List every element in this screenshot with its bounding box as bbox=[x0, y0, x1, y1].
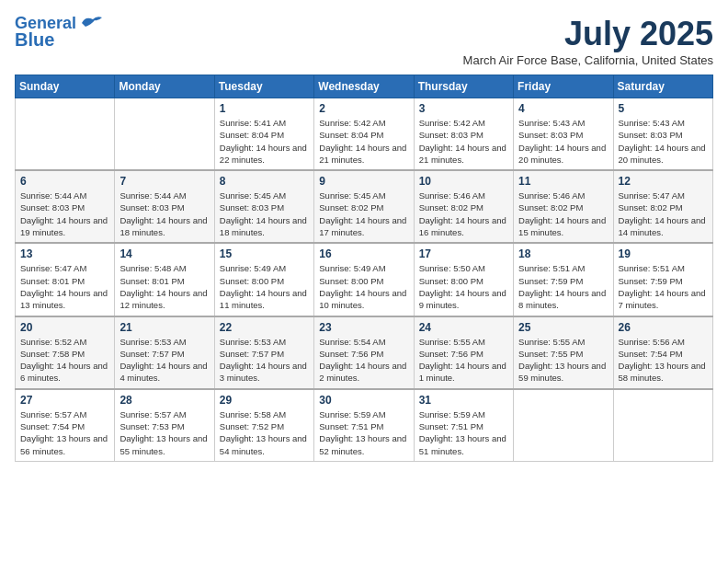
logo-bird-icon bbox=[78, 14, 104, 32]
day-number: 14 bbox=[119, 247, 209, 260]
month-title: July 2025 bbox=[463, 15, 713, 53]
day-info: Sunrise: 5:42 AM Sunset: 8:04 PM Dayligh… bbox=[319, 117, 408, 166]
day-number: 26 bbox=[619, 321, 708, 334]
day-number: 29 bbox=[220, 394, 309, 407]
calendar-cell bbox=[115, 98, 214, 171]
day-number: 28 bbox=[119, 394, 209, 407]
day-info: Sunrise: 5:46 AM Sunset: 8:02 PM Dayligh… bbox=[419, 190, 508, 238]
day-number: 6 bbox=[20, 175, 109, 188]
calendar-cell: 14Sunrise: 5:48 AM Sunset: 8:01 PM Dayli… bbox=[115, 243, 214, 316]
day-info: Sunrise: 5:45 AM Sunset: 8:02 PM Dayligh… bbox=[319, 190, 408, 238]
calendar-cell: 12Sunrise: 5:47 AM Sunset: 8:02 PM Dayli… bbox=[613, 170, 712, 243]
day-number: 23 bbox=[319, 321, 408, 334]
calendar-cell bbox=[613, 389, 712, 462]
day-number: 20 bbox=[20, 321, 109, 334]
day-number: 2 bbox=[319, 102, 408, 115]
day-number: 30 bbox=[319, 394, 408, 407]
calendar-cell: 15Sunrise: 5:49 AM Sunset: 8:00 PM Dayli… bbox=[214, 243, 313, 316]
day-info: Sunrise: 5:58 AM Sunset: 7:52 PM Dayligh… bbox=[220, 408, 309, 457]
calendar-cell: 22Sunrise: 5:53 AM Sunset: 7:57 PM Dayli… bbox=[214, 316, 313, 389]
calendar-cell: 20Sunrise: 5:52 AM Sunset: 7:58 PM Dayli… bbox=[16, 316, 115, 389]
calendar-cell: 30Sunrise: 5:59 AM Sunset: 7:51 PM Dayli… bbox=[314, 389, 414, 462]
weekday-header-friday: Friday bbox=[514, 75, 613, 98]
day-info: Sunrise: 5:55 AM Sunset: 7:56 PM Dayligh… bbox=[419, 336, 508, 385]
day-info: Sunrise: 5:52 AM Sunset: 7:58 PM Dayligh… bbox=[20, 336, 109, 385]
calendar-cell bbox=[514, 389, 613, 462]
weekday-header-tuesday: Tuesday bbox=[214, 75, 313, 98]
calendar-week-row: 13Sunrise: 5:47 AM Sunset: 8:01 PM Dayli… bbox=[16, 243, 713, 316]
calendar-cell: 9Sunrise: 5:45 AM Sunset: 8:02 PM Daylig… bbox=[314, 170, 414, 243]
calendar-cell: 11Sunrise: 5:46 AM Sunset: 8:02 PM Dayli… bbox=[514, 170, 613, 243]
calendar-cell: 10Sunrise: 5:46 AM Sunset: 8:02 PM Dayli… bbox=[414, 170, 513, 243]
day-info: Sunrise: 5:56 AM Sunset: 7:54 PM Dayligh… bbox=[619, 336, 708, 385]
calendar-cell: 3Sunrise: 5:42 AM Sunset: 8:03 PM Daylig… bbox=[414, 98, 513, 171]
day-number: 7 bbox=[119, 175, 209, 188]
weekday-header-saturday: Saturday bbox=[613, 75, 712, 98]
day-number: 18 bbox=[518, 247, 608, 260]
day-info: Sunrise: 5:45 AM Sunset: 8:03 PM Dayligh… bbox=[220, 190, 309, 238]
calendar-cell: 26Sunrise: 5:56 AM Sunset: 7:54 PM Dayli… bbox=[613, 316, 712, 389]
calendar-cell: 23Sunrise: 5:54 AM Sunset: 7:56 PM Dayli… bbox=[314, 316, 414, 389]
day-info: Sunrise: 5:59 AM Sunset: 7:51 PM Dayligh… bbox=[419, 408, 508, 457]
day-info: Sunrise: 5:41 AM Sunset: 8:04 PM Dayligh… bbox=[220, 117, 309, 166]
calendar-cell: 25Sunrise: 5:55 AM Sunset: 7:55 PM Dayli… bbox=[514, 316, 613, 389]
day-number: 17 bbox=[419, 247, 508, 260]
calendar-cell: 13Sunrise: 5:47 AM Sunset: 8:01 PM Dayli… bbox=[16, 243, 115, 316]
calendar-cell: 6Sunrise: 5:44 AM Sunset: 8:03 PM Daylig… bbox=[16, 170, 115, 243]
day-number: 1 bbox=[220, 102, 309, 115]
day-number: 8 bbox=[220, 175, 309, 188]
day-info: Sunrise: 5:46 AM Sunset: 8:02 PM Dayligh… bbox=[518, 190, 608, 238]
calendar-cell: 2Sunrise: 5:42 AM Sunset: 8:04 PM Daylig… bbox=[314, 98, 414, 171]
weekday-header-wednesday: Wednesday bbox=[314, 75, 414, 98]
calendar-week-row: 27Sunrise: 5:57 AM Sunset: 7:54 PM Dayli… bbox=[16, 389, 713, 462]
calendar-cell: 8Sunrise: 5:45 AM Sunset: 8:03 PM Daylig… bbox=[214, 170, 313, 243]
day-number: 19 bbox=[619, 247, 708, 260]
title-area: July 2025 March Air Force Base, Californ… bbox=[463, 15, 713, 67]
day-info: Sunrise: 5:55 AM Sunset: 7:55 PM Dayligh… bbox=[518, 336, 608, 385]
calendar: SundayMondayTuesdayWednesdayThursdayFrid… bbox=[15, 75, 713, 462]
calendar-cell: 5Sunrise: 5:43 AM Sunset: 8:03 PM Daylig… bbox=[613, 98, 712, 171]
day-number: 13 bbox=[20, 247, 109, 260]
day-info: Sunrise: 5:47 AM Sunset: 8:01 PM Dayligh… bbox=[20, 262, 109, 311]
day-number: 24 bbox=[419, 321, 508, 334]
calendar-week-row: 6Sunrise: 5:44 AM Sunset: 8:03 PM Daylig… bbox=[16, 170, 713, 243]
day-info: Sunrise: 5:49 AM Sunset: 8:00 PM Dayligh… bbox=[220, 262, 309, 311]
day-info: Sunrise: 5:51 AM Sunset: 7:59 PM Dayligh… bbox=[619, 262, 708, 311]
day-number: 25 bbox=[518, 321, 608, 334]
day-number: 31 bbox=[419, 394, 508, 407]
day-number: 3 bbox=[419, 102, 508, 115]
calendar-cell: 4Sunrise: 5:43 AM Sunset: 8:03 PM Daylig… bbox=[514, 98, 613, 171]
weekday-header-thursday: Thursday bbox=[414, 75, 513, 98]
day-number: 11 bbox=[518, 175, 608, 188]
day-number: 15 bbox=[220, 247, 309, 260]
day-info: Sunrise: 5:43 AM Sunset: 8:03 PM Dayligh… bbox=[619, 117, 708, 166]
day-number: 27 bbox=[20, 394, 109, 407]
day-info: Sunrise: 5:44 AM Sunset: 8:03 PM Dayligh… bbox=[20, 190, 109, 238]
day-number: 10 bbox=[419, 175, 508, 188]
calendar-cell: 1Sunrise: 5:41 AM Sunset: 8:04 PM Daylig… bbox=[214, 98, 313, 171]
weekday-header-monday: Monday bbox=[115, 75, 214, 98]
weekday-header-sunday: Sunday bbox=[16, 75, 115, 98]
day-info: Sunrise: 5:49 AM Sunset: 8:00 PM Dayligh… bbox=[319, 262, 408, 311]
day-number: 5 bbox=[619, 102, 708, 115]
calendar-cell: 29Sunrise: 5:58 AM Sunset: 7:52 PM Dayli… bbox=[214, 389, 313, 462]
day-info: Sunrise: 5:48 AM Sunset: 8:01 PM Dayligh… bbox=[119, 262, 209, 311]
day-number: 4 bbox=[518, 102, 608, 115]
calendar-week-row: 1Sunrise: 5:41 AM Sunset: 8:04 PM Daylig… bbox=[16, 98, 713, 171]
calendar-cell: 7Sunrise: 5:44 AM Sunset: 8:03 PM Daylig… bbox=[115, 170, 214, 243]
calendar-cell: 31Sunrise: 5:59 AM Sunset: 7:51 PM Dayli… bbox=[414, 389, 513, 462]
header: General Blue July 2025 March Air Force B… bbox=[15, 15, 713, 67]
calendar-cell: 16Sunrise: 5:49 AM Sunset: 8:00 PM Dayli… bbox=[314, 243, 414, 316]
day-number: 21 bbox=[119, 321, 209, 334]
day-info: Sunrise: 5:51 AM Sunset: 7:59 PM Dayligh… bbox=[518, 262, 608, 311]
weekday-header-row: SundayMondayTuesdayWednesdayThursdayFrid… bbox=[16, 75, 713, 98]
day-number: 16 bbox=[319, 247, 408, 260]
day-number: 22 bbox=[220, 321, 309, 334]
calendar-cell: 19Sunrise: 5:51 AM Sunset: 7:59 PM Dayli… bbox=[613, 243, 712, 316]
calendar-week-row: 20Sunrise: 5:52 AM Sunset: 7:58 PM Dayli… bbox=[16, 316, 713, 389]
day-info: Sunrise: 5:54 AM Sunset: 7:56 PM Dayligh… bbox=[319, 336, 408, 385]
subtitle: March Air Force Base, California, United… bbox=[463, 53, 713, 67]
day-info: Sunrise: 5:47 AM Sunset: 8:02 PM Dayligh… bbox=[619, 190, 708, 238]
day-info: Sunrise: 5:59 AM Sunset: 7:51 PM Dayligh… bbox=[319, 408, 408, 457]
day-info: Sunrise: 5:57 AM Sunset: 7:54 PM Dayligh… bbox=[20, 408, 109, 457]
